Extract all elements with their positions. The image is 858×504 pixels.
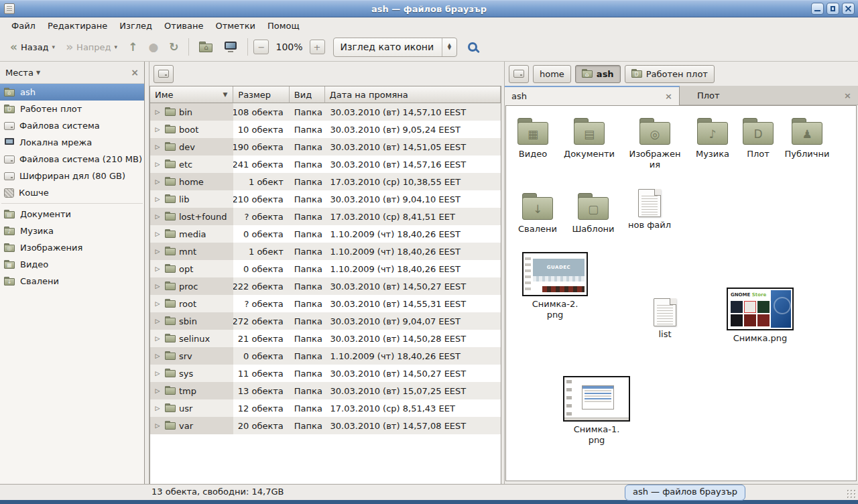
- back-dropdown-icon[interactable]: ▾: [52, 44, 56, 50]
- menu-item-help[interactable]: Помощ: [261, 19, 306, 32]
- file-item-downloads[interactable]: ↓Свалени: [509, 192, 566, 235]
- breadcrumb-desktop[interactable]: DРаботен плот: [625, 65, 715, 83]
- expander-icon[interactable]: ▷: [153, 300, 162, 307]
- sidebar-item-шифриран-дял-80-gb-[interactable]: Шифриран дял (80 GB): [0, 168, 144, 184]
- file-item-public[interactable]: ♟Публични: [779, 117, 835, 160]
- icon-view[interactable]: ▦Видео▤Документи◎Изображен ия♪МузикаDПло…: [505, 105, 857, 481]
- sidebar-title[interactable]: Места: [5, 68, 34, 78]
- zoom-in-button[interactable]: +: [310, 40, 325, 54]
- sidebar-item-работен-плот[interactable]: DРаботен плот: [0, 101, 144, 117]
- expander-icon[interactable]: ▷: [153, 126, 162, 133]
- sidebar-dropdown-icon[interactable]: ▼: [36, 70, 40, 76]
- expander-icon[interactable]: ▷: [153, 283, 162, 290]
- sidebar-item-кошче[interactable]: Кошче: [0, 184, 144, 201]
- file-row-tmp[interactable]: ▷tmp13 обектаПапка30.03.2010 (вт) 15,07,…: [150, 382, 501, 399]
- maximize-button[interactable]: [826, 3, 839, 15]
- sidebar-close-icon[interactable]: ×: [131, 67, 139, 78]
- column-header-2[interactable]: Вид: [290, 86, 325, 103]
- breadcrumb-home[interactable]: home: [533, 65, 571, 83]
- file-row-usr[interactable]: ▷usr12 обектаПапка17.03.2010 (ср) 8,51,4…: [150, 399, 501, 417]
- computer-button[interactable]: [219, 36, 242, 58]
- file-row-dev[interactable]: ▷dev190 обектаПапка30.03.2010 (вт) 14,51…: [150, 138, 501, 155]
- file-item-list[interactable]: list: [637, 298, 693, 340]
- forward-dropdown-icon[interactable]: ▾: [115, 44, 118, 50]
- tab-close-icon[interactable]: ×: [665, 91, 672, 101]
- close-button[interactable]: [842, 3, 855, 15]
- forward-button[interactable]: » Напред ▾: [61, 36, 122, 58]
- menu-item-edit[interactable]: Редактиране: [42, 19, 113, 32]
- file-row-bin[interactable]: ▷bin108 обектаПапка30.03.2010 (вт) 14,57…: [150, 103, 501, 121]
- breadcrumb-ash[interactable]: ⌂ash: [575, 65, 621, 83]
- breadcrumb-root[interactable]: [509, 65, 529, 83]
- file-row-lost+found[interactable]: ▷lost+found? обектаПапка17.03.2010 (ср) …: [150, 208, 501, 225]
- expander-icon[interactable]: ▷: [153, 213, 162, 220]
- expander-icon[interactable]: ▷: [153, 422, 162, 429]
- sidebar-item-файлова-система[interactable]: Файлова система: [0, 117, 144, 134]
- file-item-templates[interactable]: ▢Шаблони: [565, 192, 621, 235]
- menu-item-view[interactable]: Изглед: [113, 19, 158, 32]
- file-row-proc[interactable]: ▷proc222 обектаПапка30.03.2010 (вт) 14,5…: [150, 277, 501, 295]
- expander-icon[interactable]: ▷: [153, 353, 162, 359]
- file-row-sbin[interactable]: ▷sbin272 обектаПапка30.03.2010 (вт) 9,04…: [150, 312, 501, 330]
- expander-icon[interactable]: ▷: [153, 265, 162, 272]
- expander-icon[interactable]: ▷: [153, 196, 162, 202]
- column-header-0[interactable]: Име▼: [150, 86, 233, 103]
- stop-button[interactable]: ●: [143, 36, 163, 58]
- view-mode-stepper-icon[interactable]: ▲▼: [442, 38, 456, 56]
- tab-ash[interactable]: ash×: [505, 86, 680, 105]
- file-row-etc[interactable]: ▷etc241 обектаПапка30.03.2010 (вт) 14,57…: [150, 155, 501, 173]
- zoom-out-button[interactable]: −: [253, 40, 269, 54]
- expander-icon[interactable]: ▷: [153, 109, 162, 115]
- reload-button[interactable]: ↻: [164, 36, 183, 58]
- tab-close-icon[interactable]: ×: [844, 90, 851, 101]
- column-header-3[interactable]: Дата на промяна: [325, 86, 501, 103]
- file-item-snimka1[interactable]: Снимка-1. png: [562, 376, 631, 446]
- minimize-button[interactable]: [811, 3, 824, 15]
- file-row-lib[interactable]: ▷lib210 обектаПапка30.03.2010 (вт) 9,04,…: [150, 190, 501, 208]
- menu-item-file[interactable]: Файл: [5, 19, 42, 32]
- file-item-documents[interactable]: ▤Документи: [561, 117, 617, 160]
- expander-icon[interactable]: ▷: [153, 178, 162, 185]
- back-button[interactable]: « Назад ▾: [5, 36, 60, 58]
- expander-icon[interactable]: ▷: [153, 161, 162, 168]
- file-item-pictures[interactable]: ◎Изображен ия: [627, 117, 683, 171]
- expander-icon[interactable]: ▷: [153, 370, 162, 377]
- resize-grip[interactable]: [846, 489, 855, 498]
- expander-icon[interactable]: ▷: [153, 248, 162, 255]
- expander-icon[interactable]: ▷: [153, 231, 162, 237]
- expander-icon[interactable]: ▷: [153, 143, 162, 150]
- file-row-srv[interactable]: ▷srv0 обектаПапка1.10.2009 (чт) 18,40,26…: [150, 347, 501, 365]
- file-row-boot[interactable]: ▷boot10 обектаПапка30.03.2010 (вт) 9,05,…: [150, 121, 501, 138]
- menu-item-bookmarks[interactable]: Отметки: [209, 19, 261, 32]
- sidebar-item-изображения[interactable]: ◎Изображения: [0, 239, 144, 256]
- root-location-button[interactable]: [154, 65, 174, 83]
- file-item-desktop[interactable]: DПлот: [730, 117, 786, 160]
- search-icon[interactable]: [468, 42, 477, 52]
- file-row-sys[interactable]: ▷sys11 обектаПапка30.03.2010 (вт) 14,50,…: [150, 365, 501, 382]
- expander-icon[interactable]: ▷: [153, 387, 162, 394]
- file-item-snimka[interactable]: GNOME StoreСнимка.png: [725, 288, 795, 344]
- file-item-video[interactable]: ▦Видео: [505, 117, 561, 160]
- up-button[interactable]: ↑: [123, 36, 142, 58]
- file-row-media[interactable]: ▷media0 обектаПапка1.10.2009 (чт) 18,40,…: [150, 225, 501, 243]
- file-item-snimka2[interactable]: GUADECСнимка-2. png: [522, 252, 588, 321]
- sidebar-item-локална-мрежа[interactable]: Локална мрежа: [0, 134, 144, 151]
- view-mode-select[interactable]: Изглед като икони ▲▼: [333, 38, 458, 57]
- file-row-var[interactable]: ▷var20 обектаПапка30.03.2010 (вт) 14,57,…: [150, 417, 501, 434]
- home-button[interactable]: ⌂: [194, 36, 218, 58]
- menu-item-go[interactable]: Отиване: [158, 19, 209, 32]
- file-row-opt[interactable]: ▷opt0 обектаПапка1.10.2009 (чт) 18,40,26…: [150, 260, 501, 277]
- sidebar-item-видео[interactable]: ▦Видео: [0, 256, 144, 273]
- expander-icon[interactable]: ▷: [153, 405, 162, 412]
- sidebar-item-музика[interactable]: ♪Музика: [0, 223, 144, 239]
- file-row-home[interactable]: ▷home1 обектПапка17.03.2010 (ср) 10,38,5…: [150, 173, 501, 190]
- sidebar-item-документи[interactable]: ▤Документи: [0, 206, 144, 223]
- file-row-root[interactable]: ▷root? обектаПапка30.03.2010 (вт) 14,55,…: [150, 295, 501, 312]
- expander-icon[interactable]: ▷: [153, 335, 162, 342]
- file-row-selinux[interactable]: ▷selinux21 обектаПапка30.03.2010 (вт) 14…: [150, 330, 501, 347]
- sidebar-item-ash[interactable]: ⌂ash: [0, 84, 144, 101]
- file-row-mnt[interactable]: ▷mnt1 обектПапка1.10.2009 (чт) 18,40,26 …: [150, 243, 501, 260]
- sidebar-item-свалени[interactable]: ↓Свалени: [0, 273, 144, 290]
- expander-icon[interactable]: ▷: [153, 318, 162, 324]
- tab-плот[interactable]: Плот×: [680, 86, 858, 105]
